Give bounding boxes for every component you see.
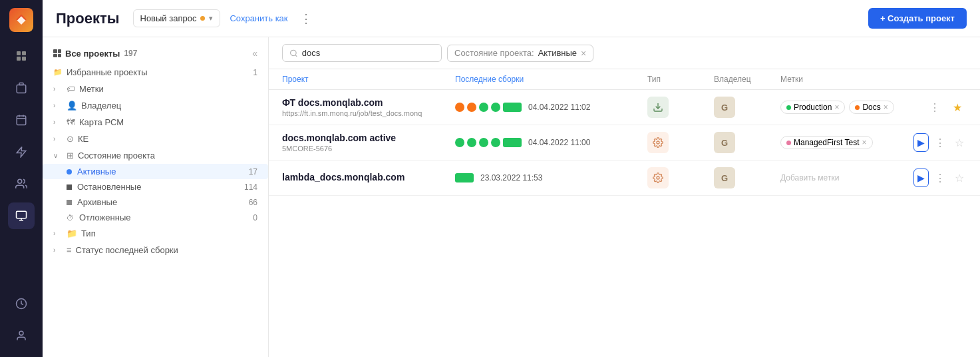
row-actions: ⋮ ★ bbox=[913, 98, 967, 117]
main-content: Проекты Новый запрос ▾ Сохранить как ⋮ +… bbox=[43, 0, 980, 357]
svg-rect-7 bbox=[17, 211, 27, 218]
star-button[interactable]: ☆ bbox=[951, 169, 967, 187]
sidebar-icon-grid[interactable] bbox=[8, 43, 35, 69]
collapse-panel-icon[interactable]: « bbox=[252, 48, 257, 59]
search-input[interactable] bbox=[302, 48, 434, 58]
run-button[interactable]: ▶ bbox=[913, 133, 929, 152]
run-button[interactable]: ▶ bbox=[913, 169, 929, 187]
section-type[interactable]: › 📁 Тип bbox=[43, 225, 268, 242]
owner-avatar: G bbox=[714, 132, 735, 153]
stopped-square bbox=[67, 184, 72, 190]
save-as-button[interactable]: Сохранить как bbox=[228, 10, 289, 27]
section-type-label: Тип bbox=[81, 228, 96, 238]
search-icon bbox=[289, 49, 298, 58]
filter-stopped-label: Остановленные bbox=[77, 182, 141, 192]
chevron-right-icon: › bbox=[53, 135, 63, 143]
app-logo bbox=[9, 8, 33, 32]
build-dot bbox=[455, 138, 464, 147]
build-bar bbox=[503, 138, 522, 147]
section-last-build-label: Статус последней сборки bbox=[76, 245, 178, 255]
search-box[interactable] bbox=[282, 44, 442, 62]
more-options-button[interactable]: ⋮ bbox=[925, 98, 944, 117]
filter-deferred[interactable]: ⏱ Отложенные 0 bbox=[43, 210, 268, 225]
build-dot bbox=[455, 103, 464, 112]
section-last-build[interactable]: › ≡ Статус последней сборки bbox=[43, 242, 268, 258]
query-unsaved-dot bbox=[200, 16, 205, 21]
more-options-button[interactable]: ⋮ bbox=[933, 133, 948, 152]
add-tag-button[interactable]: Добавить метки bbox=[780, 173, 839, 182]
section-owner[interactable]: › 👤 Владелец bbox=[43, 97, 268, 114]
svg-point-11 bbox=[19, 331, 23, 335]
tag-remove-icon[interactable]: × bbox=[884, 103, 888, 112]
build-dot bbox=[479, 103, 488, 112]
create-project-button[interactable]: + Создать проект bbox=[868, 8, 967, 29]
archived-square bbox=[67, 200, 72, 205]
tag-remove-icon[interactable]: × bbox=[834, 103, 839, 112]
settings-icon bbox=[653, 137, 663, 148]
sidebar-icon-lightning[interactable] bbox=[8, 139, 35, 165]
table-row: docs.monqlab.com active 5MCORE-5676 04.0… bbox=[269, 125, 980, 161]
tag-label: Production bbox=[794, 103, 832, 112]
build-date: 04.04.2022 11:00 bbox=[528, 138, 590, 147]
filter-stopped-count: 114 bbox=[244, 182, 257, 192]
tags-icon: 🏷 bbox=[67, 84, 75, 94]
section-status-label: Состояние проекта bbox=[78, 151, 155, 161]
col-builds: Последние сборки bbox=[455, 75, 647, 84]
build-date: 04.04.2022 11:02 bbox=[528, 103, 590, 112]
right-panel: Состояние проекта: Активные × Проект Пос… bbox=[269, 37, 980, 357]
type-cell bbox=[647, 167, 714, 188]
sidebar-icon-users[interactable] bbox=[8, 171, 35, 197]
sidebar-icon-clock[interactable] bbox=[8, 290, 35, 317]
svg-point-6 bbox=[18, 179, 22, 183]
svg-point-16 bbox=[657, 177, 659, 179]
sidebar bbox=[0, 0, 43, 357]
more-options-icon[interactable]: ⋮ bbox=[297, 11, 315, 26]
sidebar-icon-clipboard[interactable] bbox=[8, 75, 35, 101]
query-selector[interactable]: Новый запрос ▾ bbox=[133, 9, 221, 27]
owner-avatar: G bbox=[714, 97, 735, 118]
section-ke[interactable]: › ⊙ КЕ bbox=[43, 131, 268, 147]
favorites-section: 📁 Избранные проекты 1 bbox=[43, 64, 268, 81]
chevron-right-icon: › bbox=[53, 119, 63, 126]
owner-cell: G bbox=[714, 167, 780, 188]
table-header: Проект Последние сборки Тип Владелец Мет… bbox=[269, 69, 980, 90]
row-actions: ▶ ⋮ ☆ bbox=[913, 133, 967, 152]
type-icon bbox=[647, 167, 669, 188]
tag-remove-icon[interactable]: × bbox=[862, 138, 867, 147]
tag-dot bbox=[855, 105, 860, 110]
filter-deferred-count: 0 bbox=[253, 213, 257, 222]
section-rsm[interactable]: › 🗺 Карта РСМ bbox=[43, 114, 268, 131]
more-options-button[interactable]: ⋮ bbox=[933, 169, 948, 187]
sidebar-icon-monitor[interactable] bbox=[8, 202, 35, 229]
filter-archived[interactable]: Архивные 66 bbox=[43, 194, 268, 210]
sidebar-icon-person[interactable] bbox=[8, 322, 35, 349]
col-actions bbox=[913, 75, 967, 84]
project-cell: ФТ docs.monqlab.com https://ft.in.sm.mon… bbox=[282, 97, 455, 117]
status-filter-tag[interactable]: Состояние проекта: Активные × bbox=[447, 45, 593, 62]
section-tags[interactable]: › 🏷 Метки bbox=[43, 81, 268, 97]
filter-close-icon[interactable]: × bbox=[581, 48, 586, 59]
active-dot bbox=[67, 169, 72, 175]
star-button[interactable]: ★ bbox=[948, 98, 967, 117]
filter-archived-label: Архивные bbox=[77, 197, 117, 207]
sidebar-icon-calendar[interactable] bbox=[8, 107, 35, 133]
filter-stopped[interactable]: Остановленные 114 bbox=[43, 179, 268, 194]
filter-active[interactable]: Активные 17 bbox=[43, 164, 268, 179]
section-status[interactable]: ∨ ⊞ Состояние проекта bbox=[43, 147, 268, 164]
builds-cell: 04.04.2022 11:00 bbox=[455, 138, 647, 147]
build-dot bbox=[467, 138, 476, 147]
chevron-right-icon: › bbox=[53, 230, 63, 237]
build-dot bbox=[479, 138, 488, 147]
ke-icon: ⊙ bbox=[67, 134, 74, 144]
svg-point-15 bbox=[657, 141, 659, 144]
star-button[interactable]: ☆ bbox=[951, 133, 967, 152]
build-bar bbox=[455, 173, 474, 182]
owner-avatar: G bbox=[714, 167, 735, 188]
project-url: 5MCORE-5676 bbox=[282, 145, 455, 153]
tag-dot bbox=[786, 141, 791, 145]
tags-cell: Добавить метки bbox=[780, 173, 913, 182]
download-icon bbox=[653, 102, 663, 113]
builds-cell: 04.04.2022 11:02 bbox=[455, 103, 647, 112]
filter-active-count: 17 bbox=[249, 167, 257, 177]
tag-label: ManagedFirst Test bbox=[794, 138, 860, 147]
